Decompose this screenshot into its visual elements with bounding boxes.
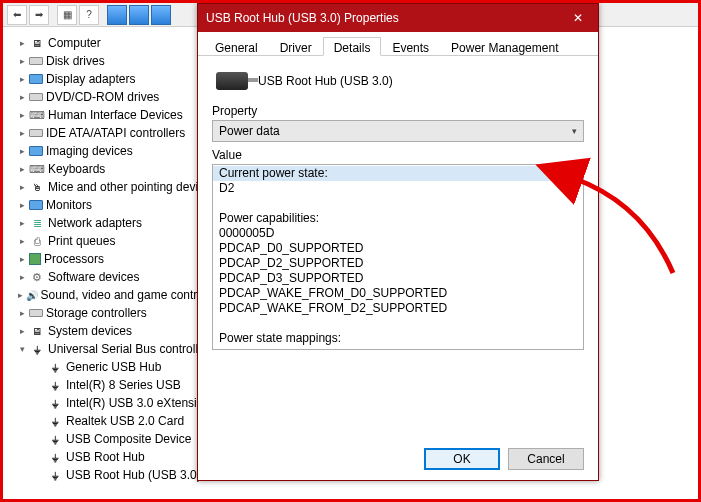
tree-item-label: Network adapters — [48, 216, 142, 230]
value-row[interactable]: PDCAP_D2_SUPPORTED — [213, 256, 583, 271]
value-row[interactable]: 0000005D — [213, 226, 583, 241]
value-row[interactable]: Current power state: — [213, 166, 583, 181]
tree-item-label: Disk drives — [46, 54, 105, 68]
tree-item[interactable]: Network adapters — [16, 214, 226, 232]
tree-item[interactable]: Print queues — [16, 232, 226, 250]
tree-item-label: Display adapters — [46, 72, 135, 86]
tree-item-label: Print queues — [48, 234, 115, 248]
nav-back-button[interactable]: ⬅ — [7, 5, 27, 25]
expand-arrow-icon[interactable] — [16, 74, 28, 84]
tree-item[interactable]: Imaging devices — [16, 142, 226, 160]
value-row[interactable]: PDCAP_D0_SUPPORTED — [213, 241, 583, 256]
expand-arrow-icon[interactable] — [16, 110, 28, 120]
expand-arrow-icon[interactable] — [16, 272, 28, 282]
kb-icon — [29, 108, 45, 122]
titlebar[interactable]: USB Root Hub (USB 3.0) Properties ✕ — [198, 4, 598, 32]
tree-item[interactable]: Generic USB Hub — [16, 358, 226, 376]
tabstrip: GeneralDriverDetailsEventsPower Manageme… — [198, 32, 598, 56]
tree-item[interactable]: Mice and other pointing devices — [16, 178, 226, 196]
tree-item[interactable]: Sound, video and game controllers — [16, 286, 226, 304]
usb-icon — [29, 342, 45, 356]
ok-button[interactable]: OK — [424, 448, 500, 470]
expand-arrow-icon[interactable] — [16, 182, 28, 192]
drive-icon — [29, 309, 43, 317]
properties-dialog: USB Root Hub (USB 3.0) Properties ✕ Gene… — [197, 3, 599, 481]
tab-details[interactable]: Details — [323, 37, 382, 56]
tree-item-label: Intel(R) 8 Series USB — [66, 378, 181, 392]
tree-item[interactable]: IDE ATA/ATAPI controllers — [16, 124, 226, 142]
usb-icon — [47, 360, 63, 374]
net-icon — [29, 216, 45, 230]
tree-item[interactable]: Realtek USB 2.0 Card — [16, 412, 226, 430]
expand-arrow-icon[interactable] — [16, 344, 28, 354]
tree-item-label: Generic USB Hub — [66, 360, 161, 374]
tree-item[interactable]: Computer — [16, 34, 226, 52]
property-value: Power data — [219, 124, 280, 138]
expand-arrow-icon[interactable] — [16, 236, 28, 246]
value-row[interactable]: Power state mappings: — [213, 331, 583, 346]
tree-item[interactable]: USB Root Hub — [16, 448, 226, 466]
toolbar-icon[interactable] — [107, 5, 127, 25]
tree-item[interactable]: USB Root Hub (USB 3.0) — [16, 466, 226, 484]
value-row[interactable]: PDCAP_D3_SUPPORTED — [213, 271, 583, 286]
expand-arrow-icon[interactable] — [16, 254, 28, 264]
tree-item[interactable]: Keyboards — [16, 160, 226, 178]
expand-arrow-icon[interactable] — [16, 200, 28, 210]
tab-power-management[interactable]: Power Management — [440, 37, 569, 56]
expand-arrow-icon[interactable] — [16, 218, 28, 228]
tree-item[interactable]: Human Interface Devices — [16, 106, 226, 124]
tree-item-label: Human Interface Devices — [48, 108, 183, 122]
toolbar-button[interactable]: ▦ — [57, 5, 77, 25]
tree-item-label: Keyboards — [48, 162, 105, 176]
tree-item[interactable]: Universal Serial Bus controllers — [16, 340, 226, 358]
tree-item[interactable]: Disk drives — [16, 52, 226, 70]
drive-icon — [29, 57, 43, 65]
expand-arrow-icon[interactable] — [16, 56, 28, 66]
tree-item[interactable]: Storage controllers — [16, 304, 226, 322]
printer-icon — [29, 234, 45, 248]
toolbar-button[interactable]: ? — [79, 5, 99, 25]
usb-icon — [47, 468, 63, 482]
expand-arrow-icon[interactable] — [16, 146, 28, 156]
tree-item[interactable]: System devices — [16, 322, 226, 340]
tree-item[interactable]: Intel(R) USB 3.0 eXtensible — [16, 394, 226, 412]
tree-item[interactable]: Monitors — [16, 196, 226, 214]
tree-item[interactable]: Processors — [16, 250, 226, 268]
property-dropdown[interactable]: Power data ▾ — [212, 120, 584, 142]
value-label: Value — [212, 148, 584, 162]
expand-arrow-icon[interactable] — [16, 308, 28, 318]
value-row[interactable] — [213, 316, 583, 331]
tab-general[interactable]: General — [204, 37, 269, 56]
tree-item[interactable]: Display adapters — [16, 70, 226, 88]
expand-arrow-icon[interactable] — [16, 164, 28, 174]
expand-arrow-icon[interactable] — [16, 92, 28, 102]
value-listbox[interactable]: Current power state:D2 Power capabilitie… — [212, 164, 584, 350]
cancel-button[interactable]: Cancel — [508, 448, 584, 470]
tree-item-label: System devices — [48, 324, 132, 338]
value-row[interactable] — [213, 196, 583, 211]
tree-item[interactable]: DVD/CD-ROM drives — [16, 88, 226, 106]
drive-icon — [29, 129, 43, 137]
expand-arrow-icon[interactable] — [16, 128, 28, 138]
tree-item[interactable]: USB Composite Device — [16, 430, 226, 448]
expand-arrow-icon[interactable] — [16, 326, 28, 336]
expand-arrow-icon[interactable] — [16, 290, 25, 300]
toolbar-icon[interactable] — [151, 5, 171, 25]
value-row[interactable]: D2 — [213, 181, 583, 196]
tree-item[interactable]: Intel(R) 8 Series USB — [16, 376, 226, 394]
nav-fwd-button[interactable]: ➡ — [29, 5, 49, 25]
toolbar-icon[interactable] — [129, 5, 149, 25]
tab-driver[interactable]: Driver — [269, 37, 323, 56]
tree-item-label: Realtek USB 2.0 Card — [66, 414, 184, 428]
expand-arrow-icon[interactable] — [16, 38, 28, 48]
tab-events[interactable]: Events — [381, 37, 440, 56]
value-row[interactable]: Power capabilities: — [213, 211, 583, 226]
tree-item-label: Computer — [48, 36, 101, 50]
close-button[interactable]: ✕ — [558, 4, 598, 32]
drive-icon — [29, 93, 43, 101]
tree-item-label: USB Root Hub — [66, 450, 145, 464]
cpu-icon — [29, 253, 41, 265]
value-row[interactable]: PDCAP_WAKE_FROM_D2_SUPPORTED — [213, 301, 583, 316]
value-row[interactable]: PDCAP_WAKE_FROM_D0_SUPPORTED — [213, 286, 583, 301]
tree-item[interactable]: Software devices — [16, 268, 226, 286]
